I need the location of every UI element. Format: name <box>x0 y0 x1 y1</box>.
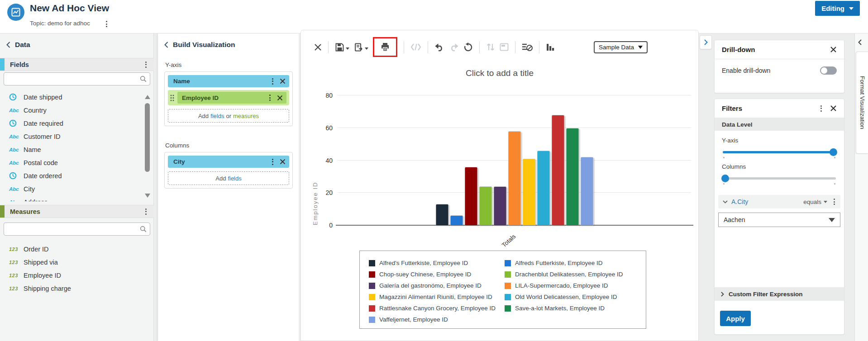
sample-data-dropdown[interactable]: Sample Data <box>594 41 648 53</box>
y-axis-chip-name[interactable]: Name <box>168 75 289 87</box>
save-button[interactable] <box>333 41 352 54</box>
enable-drilldown-toggle[interactable] <box>820 66 837 75</box>
chevron-down-icon <box>365 47 368 50</box>
field-item[interactable]: AbcPostal code <box>0 156 144 169</box>
y-axis-chip-employee-id[interactable]: Employee ID <box>168 90 289 105</box>
bar[interactable] <box>436 204 449 225</box>
bar[interactable] <box>581 157 594 225</box>
build-panel-back[interactable]: Build Visualization <box>164 41 235 49</box>
show-query-icon[interactable] <box>520 41 535 53</box>
chip-kebab-icon[interactable] <box>271 77 274 85</box>
legend-item[interactable]: Old World Delicatessen, Employee ID <box>505 291 640 303</box>
measure-item[interactable]: 123Employee ID <box>0 269 144 282</box>
chip-label: Name <box>173 78 271 85</box>
fields-search-input[interactable] <box>4 76 140 82</box>
measure-item[interactable]: 123Shipping charge <box>0 282 144 295</box>
legend-item[interactable]: LILA-Supermercado, Employee ID <box>505 280 640 291</box>
filter-value-select[interactable]: Aachen <box>718 213 840 227</box>
toolbar-separator <box>479 41 480 53</box>
input-controls-icon[interactable] <box>497 41 511 53</box>
measure-item[interactable]: 123Order ID <box>0 242 144 256</box>
field-item[interactable]: AbcCity <box>0 182 144 195</box>
scroll-up-icon[interactable] <box>145 95 150 99</box>
print-button[interactable] <box>378 40 392 54</box>
legend-item[interactable]: Chop-suey Chinese, Employee ID <box>369 269 505 280</box>
legend-item[interactable]: Rattlesnake Canyon Grocery, Employee ID <box>369 303 505 314</box>
format-visualization-tab[interactable]: Format Visualization <box>856 52 868 154</box>
drag-handle-icon[interactable] <box>170 95 174 101</box>
add-fields-link[interactable]: fields <box>210 113 224 119</box>
show-code-icon[interactable] <box>408 41 424 53</box>
legend-item[interactable]: Vaffeljernet, Employee ID <box>369 314 505 325</box>
filter-kebab-icon[interactable] <box>833 198 836 206</box>
chip-remove-icon[interactable] <box>280 78 286 84</box>
bar[interactable] <box>508 131 521 225</box>
slider-track[interactable] <box>723 177 836 180</box>
legend-item[interactable]: Magazzini Alimentari Riuniti, Employee I… <box>369 291 505 303</box>
scroll-thumb[interactable] <box>145 103 150 172</box>
legend-item[interactable]: Save-a-lot Markets, Employee ID <box>505 303 640 314</box>
add-fields-or-measures[interactable]: Add fields or measures <box>168 109 289 123</box>
chip-kebab-icon[interactable] <box>268 94 272 102</box>
slider-handle[interactable] <box>830 148 837 156</box>
legend-item[interactable]: Drachenblut Delikatessen, Employee ID <box>505 269 640 280</box>
legend-item[interactable]: Alfreds Futterkiste, Employee ID <box>505 257 640 269</box>
close-icon[interactable] <box>830 105 837 112</box>
filter-operator[interactable]: equals <box>803 199 821 205</box>
measures-search-input[interactable] <box>4 226 140 232</box>
collapse-rail-icon[interactable] <box>858 39 862 47</box>
measure-item[interactable]: 123Shipped via <box>0 256 144 269</box>
legend-item[interactable]: Galería del gastronómo, Employee ID <box>369 280 505 291</box>
field-item[interactable]: AbcAddress <box>0 195 144 201</box>
chip-label: Employee ID <box>182 95 268 101</box>
add-measures-link[interactable]: measures <box>233 113 259 119</box>
columns-chip-city[interactable]: City <box>168 156 289 168</box>
add-fields-link[interactable]: fields <box>228 175 241 182</box>
scroll-down-icon[interactable] <box>145 194 150 198</box>
slider-track[interactable] <box>723 151 836 153</box>
bar[interactable] <box>523 159 536 225</box>
redo-icon[interactable] <box>447 41 461 53</box>
chip-kebab-icon[interactable] <box>271 158 274 166</box>
fields-kebab-icon[interactable] <box>144 61 148 69</box>
reset-icon[interactable] <box>461 41 475 54</box>
bar[interactable] <box>465 167 478 225</box>
chart-type-icon[interactable] <box>544 41 557 53</box>
filters-kebab-icon[interactable] <box>820 104 823 113</box>
data-panel-back[interactable]: Data <box>6 41 30 49</box>
chip-remove-icon[interactable] <box>280 159 286 165</box>
columns-level-slider[interactable] <box>723 174 836 183</box>
legend-item[interactable]: Alfred's Futterkiste, Employee ID <box>369 257 505 269</box>
expand-panel-tab[interactable] <box>700 35 712 49</box>
undo-icon[interactable] <box>432 41 447 53</box>
field-item[interactable]: Date ordered <box>0 169 144 182</box>
fields-scrollbar[interactable] <box>144 90 151 201</box>
bar[interactable] <box>537 151 550 225</box>
slider-handle[interactable] <box>721 175 729 182</box>
topic-kebab-icon[interactable] <box>105 20 108 28</box>
bar[interactable] <box>479 186 492 225</box>
filter-item-city[interactable]: A.City equals <box>718 195 840 208</box>
columns-slider-label: Columns <box>722 163 837 170</box>
chip-remove-icon[interactable] <box>277 95 283 101</box>
field-item[interactable]: Date required <box>0 117 144 130</box>
field-item[interactable]: Date shipped <box>0 90 144 104</box>
chart-title-placeholder[interactable]: Click to add a title <box>301 68 698 78</box>
field-item[interactable]: AbcCustomer ID <box>0 130 144 143</box>
bar[interactable] <box>494 186 507 225</box>
close-view-icon[interactable] <box>312 42 324 53</box>
close-icon[interactable] <box>830 46 837 53</box>
field-item[interactable]: AbcName <box>0 143 144 156</box>
export-button[interactable] <box>352 41 371 54</box>
sort-icon[interactable] <box>484 41 497 53</box>
measures-kebab-icon[interactable] <box>144 208 148 216</box>
custom-filter-expression[interactable]: Custom Filter Expression <box>715 287 844 301</box>
bar[interactable] <box>566 128 579 225</box>
editing-mode-button[interactable]: Editing <box>815 1 860 16</box>
bar[interactable] <box>552 115 565 225</box>
yaxis-level-slider[interactable] <box>723 148 836 157</box>
add-fields[interactable]: Add fields <box>168 171 289 185</box>
field-item[interactable]: AbcCountry <box>0 104 144 117</box>
bar[interactable] <box>450 215 463 225</box>
apply-button[interactable]: Apply <box>720 311 751 326</box>
